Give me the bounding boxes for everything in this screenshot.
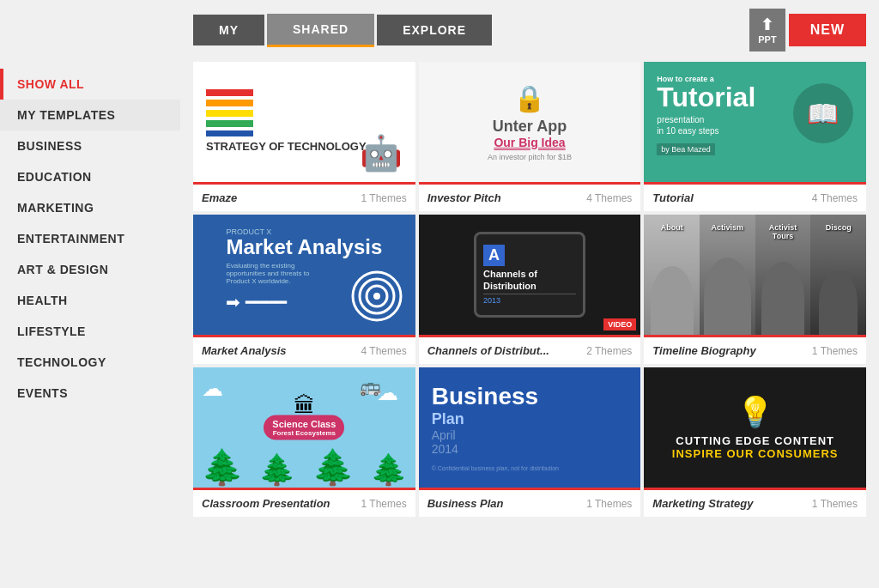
card-timeline-biography[interactable]: About Activism ActivistTours xyxy=(644,215,866,364)
card-count-emaze: 1 Themes xyxy=(361,192,407,204)
card-count-market: 4 Themes xyxy=(361,345,407,357)
tutorial-text: How to create a Tutorial presentationin … xyxy=(657,75,785,155)
robot-icon: 🤖 xyxy=(360,133,403,173)
video-badge: VIDEO xyxy=(603,318,636,330)
card-title-investor: Investor Pitch xyxy=(427,191,501,204)
card-thumb-channels: A Channels of Distribution 2013 VIDEO xyxy=(419,215,641,335)
card-tutorial[interactable]: How to create a Tutorial presentationin … xyxy=(644,62,866,211)
main-content: My Shared Explore ⬆ PPT NEW xyxy=(180,0,879,588)
tab-shared[interactable]: Shared xyxy=(267,14,374,47)
channels-letter: A xyxy=(483,245,505,266)
sidebar-item-education[interactable]: Education xyxy=(0,161,180,192)
timeline-person-2: Activism xyxy=(700,215,755,335)
tutorial-book-icon: 📖 xyxy=(793,83,853,143)
business-note: © Confidential business plan, not for di… xyxy=(432,464,559,473)
business-title: Business xyxy=(432,383,539,410)
investor-subtitle: An investor pitch for $1B xyxy=(488,153,572,161)
card-thumb-emaze: STRATEGY OF TECHNOLOGY 🤖 xyxy=(193,62,415,182)
channels-divider xyxy=(483,294,576,294)
ppt-button[interactable]: ⬆ PPT xyxy=(749,9,785,52)
sidebar-item-show-all[interactable]: Show All xyxy=(0,69,180,100)
card-marketing-strategy[interactable]: 💡 CUTTING EDGE CONTENT INSPIRE OUR CONSU… xyxy=(644,367,866,517)
investor-icon: 🔒 xyxy=(513,83,545,113)
svg-rect-4 xyxy=(206,130,253,136)
bulb-icon: 💡 xyxy=(737,395,774,430)
card-info-market: Market Analysis 4 Themes xyxy=(193,335,415,364)
card-title-timeline: Timeline Biography xyxy=(652,344,755,357)
svg-point-8 xyxy=(373,293,380,300)
card-channels[interactable]: A Channels of Distribution 2013 VIDEO Ch… xyxy=(419,215,641,364)
card-business-plan[interactable]: Business Plan April2014 © Confidential b… xyxy=(419,367,641,517)
card-count-classroom: 1 Themes xyxy=(361,498,407,510)
sidebar-item-art-design[interactable]: Art & Design xyxy=(0,254,180,285)
card-thumb-tutorial: How to create a Tutorial presentationin … xyxy=(644,62,866,182)
marketing-text1: CUTTING EDGE CONTENT xyxy=(676,434,834,447)
card-info-investor: Investor Pitch 4 Themes xyxy=(419,182,641,211)
market-title: Market Analysis xyxy=(226,236,382,258)
card-info-emaze: Emaze 1 Themes xyxy=(193,182,415,211)
tab-my[interactable]: My xyxy=(193,15,264,45)
channels-year: 2013 xyxy=(483,296,500,305)
card-count-tutorial: 4 Themes xyxy=(812,192,858,204)
card-market-analysis[interactable]: Product X Market Analysis Evaluating the… xyxy=(193,215,415,364)
card-count-marketing: 1 Themes xyxy=(812,498,858,510)
card-count-timeline: 1 Themes xyxy=(812,345,858,357)
sidebar: Show All My Templates Business Education… xyxy=(0,0,180,588)
timeline-person-4: Discog xyxy=(810,215,866,335)
timeline-person-1: About xyxy=(644,215,700,335)
card-title-classroom: Classroom Presentation xyxy=(202,497,330,510)
svg-rect-1 xyxy=(206,100,253,106)
tab-bar: My Shared Explore ⬆ PPT NEW xyxy=(193,9,866,52)
card-classroom[interactable]: ☁ ☁ 🌲 🌲 🌲 🌲 🚌 🏛 Science ClassForest Ecos… xyxy=(193,367,415,517)
strategy-text: STRATEGY OF TECHNOLOGY xyxy=(206,140,367,155)
card-thumb-classroom: ☁ ☁ 🌲 🌲 🌲 🌲 🚌 🏛 Science ClassForest Ecos… xyxy=(193,367,415,488)
card-thumb-marketing: 💡 CUTTING EDGE CONTENT INSPIRE OUR CONSU… xyxy=(644,367,866,488)
sidebar-item-lifestyle[interactable]: Lifestyle xyxy=(0,316,180,347)
card-thumb-market: Product X Market Analysis Evaluating the… xyxy=(193,215,415,335)
investor-big-idea: Our Big Idea xyxy=(494,136,565,149)
tutorial-desc: presentationin 10 easy steps xyxy=(657,114,785,136)
card-count-investor: 4 Themes xyxy=(586,192,632,204)
svg-rect-0 xyxy=(206,89,253,96)
science-class-banner: Science ClassForest Ecosystems xyxy=(264,415,344,440)
sidebar-item-business[interactable]: Business xyxy=(0,130,180,161)
card-info-channels: Channels of Distribut... 2 Themes xyxy=(419,335,641,364)
sidebar-item-events[interactable]: Events xyxy=(0,378,180,409)
marketing-text2: INSPIRE OUR CONSUMERS xyxy=(672,447,839,460)
card-title-marketing: Marketing Strategy xyxy=(652,497,753,510)
card-thumb-timeline: About Activism ActivistTours xyxy=(644,215,866,335)
target-icon xyxy=(351,270,403,322)
business-plan-label: Plan xyxy=(432,410,464,428)
card-title-channels: Channels of Distribut... xyxy=(427,344,549,357)
card-title-market: Market Analysis xyxy=(202,344,287,357)
timeline-person-3: ActivistTours xyxy=(755,215,811,335)
templates-grid: STRATEGY OF TECHNOLOGY 🤖 Emaze 1 Themes … xyxy=(193,62,866,517)
card-title-emaze: Emaze xyxy=(202,191,237,204)
new-button[interactable]: NEW xyxy=(789,14,866,46)
tutorial-big-text: Tutorial xyxy=(657,83,785,111)
sidebar-item-entertainment[interactable]: Entertainment xyxy=(0,223,180,254)
card-investor-pitch[interactable]: 🔒 Unter App Our Big Idea An investor pit… xyxy=(419,62,641,211)
sidebar-item-marketing[interactable]: Marketing xyxy=(0,192,180,223)
card-info-tutorial: Tutorial 4 Themes xyxy=(644,182,866,211)
clouds-icon: ☁ xyxy=(202,376,223,401)
channels-tablet: A Channels of Distribution 2013 xyxy=(474,232,585,318)
card-count-business: 1 Themes xyxy=(586,498,632,510)
card-count-channels: 2 Themes xyxy=(586,345,632,357)
sidebar-item-health[interactable]: Health xyxy=(0,285,180,316)
card-info-marketing: Marketing Strategy 1 Themes xyxy=(644,488,866,517)
card-info-timeline: Timeline Biography 1 Themes xyxy=(644,335,866,364)
card-info-classroom: Classroom Presentation 1 Themes xyxy=(193,488,415,517)
card-thumb-investor: 🔒 Unter App Our Big Idea An investor pit… xyxy=(419,62,641,182)
card-thumb-business: Business Plan April2014 © Confidential b… xyxy=(419,367,641,488)
sidebar-item-my-templates[interactable]: My Templates xyxy=(0,100,180,130)
channels-text: Channels of Distribution xyxy=(483,269,576,291)
investor-app-title: Unter App xyxy=(493,118,567,136)
card-emaze[interactable]: STRATEGY OF TECHNOLOGY 🤖 Emaze 1 Themes xyxy=(193,62,415,211)
svg-rect-2 xyxy=(206,110,253,117)
card-title-business: Business Plan xyxy=(427,497,504,510)
sidebar-item-technology[interactable]: Technology xyxy=(0,347,180,378)
emaze-logo-icon xyxy=(206,89,253,136)
tab-explore[interactable]: Explore xyxy=(377,15,492,45)
business-date: April2014 xyxy=(432,428,458,456)
